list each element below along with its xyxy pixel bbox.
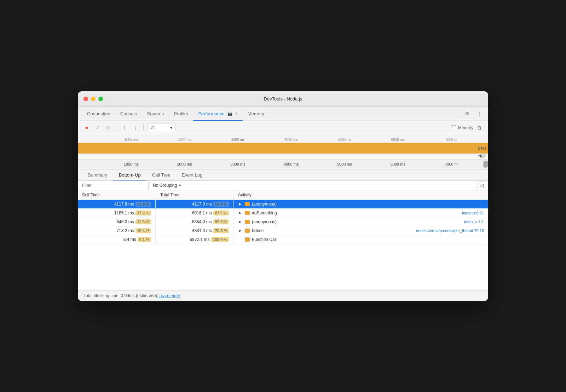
grouping-select[interactable]: No Grouping ▾ bbox=[149, 181, 475, 190]
record-button[interactable]: ● bbox=[82, 123, 91, 132]
folder-icon-0 bbox=[245, 202, 250, 206]
sidebar-toggle-button[interactable]: ◁ bbox=[478, 181, 485, 189]
download-button[interactable]: ↓ bbox=[131, 123, 140, 132]
empty-area bbox=[78, 244, 488, 290]
activity-name-4: Function Call bbox=[252, 237, 277, 242]
total-time-val-2: 6864.0 ms bbox=[192, 219, 212, 224]
btick-6000: 6000 ms bbox=[391, 162, 405, 166]
cell-activity-3: ▶ hrtime node:internal/process/per_threa… bbox=[233, 226, 488, 235]
table-row[interactable]: 848.0 ms 12.3 % 6864.0 ms 99.9 % ▶ (anon… bbox=[78, 218, 488, 226]
tab-event-log[interactable]: Event Log bbox=[176, 169, 208, 180]
upload-button[interactable]: ↑ bbox=[120, 123, 129, 132]
timeline-ruler-top: 1000 ms 2000 ms 3000 ms 4000 ms 5000 ms … bbox=[78, 135, 488, 143]
btick-3000: 3000 ms bbox=[230, 162, 245, 166]
tab-profiler[interactable]: Profiler bbox=[169, 106, 193, 121]
reload-button[interactable]: ↺ bbox=[93, 123, 102, 132]
net-track: NET bbox=[78, 154, 488, 159]
timeline-scrollbar[interactable] bbox=[483, 161, 488, 168]
self-time-val-1: 1185.1 ms bbox=[114, 211, 134, 215]
filter-input[interactable] bbox=[78, 181, 149, 190]
toolbar-separator-2 bbox=[143, 124, 144, 131]
table-row[interactable]: 4117.8 ms 59.9 % 4117.8 ms 59.9 % ▶ (ano… bbox=[78, 200, 488, 209]
tick-2000: 2000 ms bbox=[178, 138, 191, 142]
tab-call-tree[interactable]: Call Tree bbox=[146, 169, 176, 180]
self-time-badge-0: 59.9 % bbox=[135, 202, 151, 207]
filter-bar: No Grouping ▾ ◁ bbox=[78, 181, 488, 190]
cell-self-0: 4117.8 ms 59.9 % bbox=[78, 200, 156, 208]
expand-icon-0[interactable]: ▶ bbox=[238, 202, 243, 207]
cell-self-1: 1185.1 ms 17.2 % bbox=[78, 209, 156, 217]
tab-sources[interactable]: Sources bbox=[142, 106, 169, 121]
expand-icon-3[interactable]: ▶ bbox=[238, 228, 243, 233]
maximize-button[interactable] bbox=[98, 97, 103, 101]
tick-4000: 4000 ms bbox=[284, 138, 298, 142]
total-pct-badge-4: 100.0 % bbox=[211, 237, 229, 242]
btick-7000: 7000 m bbox=[445, 162, 458, 166]
tab-summary[interactable]: Summary bbox=[82, 169, 113, 180]
self-pct-badge-1: 17.2 % bbox=[135, 211, 151, 215]
btick-1000: 1000 ms bbox=[124, 162, 139, 166]
toolbar-separator-1 bbox=[116, 124, 116, 131]
close-button[interactable] bbox=[83, 97, 88, 101]
activity-name-2: (anonymous) bbox=[252, 219, 277, 224]
tick-3000: 3000 ms bbox=[231, 138, 244, 142]
more-options-icon[interactable]: ⋮ bbox=[475, 109, 484, 118]
activity-link-1[interactable]: index.js:8:21 bbox=[462, 211, 484, 215]
table-row[interactable]: 1185.1 ms 17.2 % 6016.1 ms 87.5 % ▶ doSo… bbox=[78, 209, 488, 218]
settings-icon[interactable]: ⚙ bbox=[463, 109, 471, 118]
btick-5000: 5000 ms bbox=[337, 162, 352, 166]
cell-total-3: 4831.0 ms 70.3 % bbox=[156, 226, 233, 235]
clear-button[interactable]: 🗑 bbox=[475, 123, 484, 132]
tab-connection[interactable]: Connection bbox=[82, 106, 115, 121]
stop-button[interactable]: ⊘ bbox=[103, 123, 112, 132]
btick-4000: 4000 ms bbox=[284, 162, 299, 166]
tab-memory[interactable]: Memory bbox=[243, 106, 269, 121]
minimize-button[interactable] bbox=[91, 97, 96, 101]
expand-icon-2[interactable]: ▶ bbox=[238, 219, 243, 224]
activity-link-2[interactable]: index.js:1:1 bbox=[464, 220, 484, 224]
nav-right-actions: ⚙ ⋮ bbox=[455, 109, 484, 118]
self-pct-badge-3: 10.4 % bbox=[135, 228, 151, 233]
titlebar: DevTools - Node.js bbox=[78, 91, 488, 107]
folder-icon-1 bbox=[245, 211, 250, 215]
self-time-val-3: 713.2 ms bbox=[116, 228, 134, 233]
tab-close-icon[interactable]: × bbox=[235, 111, 238, 116]
tab-performance[interactable]: Performance 📷 × bbox=[193, 106, 242, 121]
activity-name-1: doSomething bbox=[252, 211, 277, 215]
profile-dropdown-icon: ▾ bbox=[170, 125, 172, 130]
table-row[interactable]: 713.2 ms 10.4 % 4831.0 ms 70.3 % ▶ hrtim… bbox=[78, 226, 488, 235]
self-time-val-2: 848.0 ms bbox=[116, 219, 134, 224]
net-label: NET bbox=[478, 154, 486, 158]
total-pct-badge-2: 99.9 % bbox=[213, 219, 229, 224]
total-time-badge-0: 59.9 % bbox=[213, 202, 229, 207]
table-row[interactable]: 8.4 ms 0.1 % 6872.1 ms 100.0 % Function … bbox=[78, 235, 488, 244]
self-time-val-4: 8.4 ms bbox=[123, 237, 136, 242]
bottom-tabs: Summary Bottom-Up Call Tree Event Log bbox=[78, 169, 488, 181]
activity-left-3: ▶ hrtime bbox=[238, 228, 264, 233]
cell-activity-0: ▶ (anonymous) bbox=[233, 200, 488, 208]
memory-checkbox[interactable]: Memory bbox=[451, 125, 473, 130]
cpu-track: CPU bbox=[78, 143, 488, 154]
checkbox-icon bbox=[451, 125, 456, 130]
table-header: Self Time Total Time Activity bbox=[78, 190, 488, 200]
cell-total-1: 6016.1 ms 87.5 % bbox=[156, 209, 233, 217]
activity-link-3[interactable]: node:internal/process/per_thread:79:16 bbox=[416, 229, 484, 233]
timeline-area: 1000 ms 2000 ms 3000 ms 4000 ms 5000 ms … bbox=[78, 135, 488, 169]
tick-7000: 7000 m bbox=[445, 138, 457, 142]
profile-selector[interactable]: #1 ▾ bbox=[147, 123, 175, 132]
tick-1000: 1000 ms bbox=[125, 138, 138, 142]
cell-activity-4: Function Call bbox=[233, 235, 488, 244]
performance-record-icon: 📷 bbox=[227, 111, 232, 116]
learn-more-link[interactable]: Learn more bbox=[158, 293, 180, 298]
self-time-val-0: 4117.8 ms bbox=[114, 202, 134, 207]
timeline-ruler-bottom: 1000 ms 2000 ms 3000 ms 4000 ms 5000 ms … bbox=[78, 159, 488, 169]
tab-bottom-up[interactable]: Bottom-Up bbox=[113, 169, 146, 180]
folder-icon-4 bbox=[245, 237, 250, 242]
status-bar: Total blocking time: 0.00ms (estimated) … bbox=[78, 290, 488, 301]
activity-left-1: ▶ doSomething bbox=[238, 211, 277, 215]
nav-separator bbox=[457, 110, 457, 117]
expand-icon-1[interactable]: ▶ bbox=[238, 211, 243, 215]
total-pct-badge-3: 70.3 % bbox=[213, 228, 229, 233]
tab-console[interactable]: Console bbox=[115, 106, 142, 121]
cell-total-2: 6864.0 ms 99.9 % bbox=[156, 218, 233, 226]
